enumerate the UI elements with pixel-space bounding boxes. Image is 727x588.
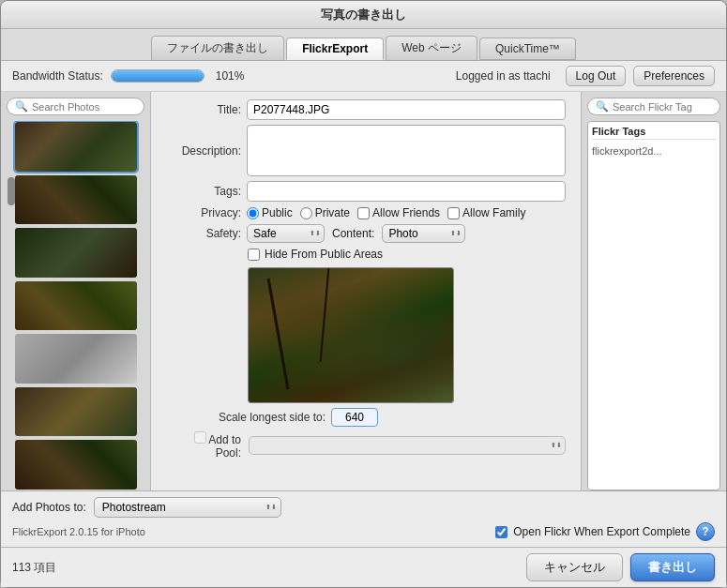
export-button[interactable]: 書き出し xyxy=(630,553,715,581)
scale-input[interactable] xyxy=(331,408,378,427)
tabs-bar: ファイルの書き出し FlickrExport Web ページ QuickTime… xyxy=(1,29,726,61)
search-photos-box[interactable]: 🔍 xyxy=(7,98,144,115)
add-pool-row: Add to Pool: xyxy=(166,431,566,460)
title-row: Title: xyxy=(166,99,566,120)
tags-label: Tags: xyxy=(166,185,241,198)
open-flickr-checkbox[interactable] xyxy=(495,526,507,538)
open-flickr-label: Open Flickr When Export Complete xyxy=(513,525,690,538)
search-icon: 🔍 xyxy=(15,100,28,113)
titlebar: 写真の書き出し xyxy=(1,1,726,29)
scale-row: Scale longest side to: xyxy=(166,408,566,427)
safety-label: Safety: xyxy=(166,227,241,240)
cancel-button[interactable]: キャンセル xyxy=(526,553,623,581)
tab-web[interactable]: Web ページ xyxy=(386,36,477,61)
list-item[interactable] xyxy=(15,440,137,490)
preferences-button[interactable]: Preferences xyxy=(633,66,715,86)
safety-row: Safety: Safe Moderate Restricted Content… xyxy=(166,224,566,243)
add-pool-checkbox[interactable] xyxy=(194,431,206,444)
add-photos-label: Add Photos to: xyxy=(12,501,86,514)
footer-buttons: キャンセル 書き出し xyxy=(526,553,715,581)
version-text: FlickrExport 2.0.15 for iPhoto xyxy=(12,526,145,537)
tags-row: Tags: xyxy=(166,181,566,202)
list-item[interactable] xyxy=(15,175,137,225)
safety-select-wrapper: Safe Moderate Restricted xyxy=(247,224,325,243)
search-tag-icon: 🔍 xyxy=(596,100,609,113)
search-flickr-tag-box[interactable]: 🔍 xyxy=(587,98,720,115)
tags-input[interactable] xyxy=(247,181,566,202)
right-panel: 🔍 Flickr Tags flickrexport2d... xyxy=(581,92,726,490)
title-label: Title: xyxy=(166,103,241,116)
allow-friends-option[interactable]: Allow Friends xyxy=(357,206,440,219)
version-open-row: FlickrExport 2.0.15 for iPhoto Open Flic… xyxy=(12,522,715,541)
content-label: Content: xyxy=(332,227,374,240)
allow-family-checkbox[interactable] xyxy=(447,207,460,219)
preview-area xyxy=(248,267,566,403)
list-item[interactable] xyxy=(15,122,137,172)
tab-flickr[interactable]: FlickrExport xyxy=(286,38,384,60)
flickr-tags-list: Flickr Tags flickrexport2d... xyxy=(587,121,720,490)
list-item[interactable] xyxy=(15,334,137,384)
help-button[interactable]: ? xyxy=(696,522,715,541)
privacy-label: Privacy: xyxy=(166,206,241,219)
hide-public-checkbox[interactable] xyxy=(248,249,260,261)
search-flickr-tag-input[interactable] xyxy=(613,101,712,113)
logged-in-text: Logged in as ttachi xyxy=(456,69,551,83)
allow-friends-checkbox[interactable] xyxy=(357,207,370,219)
add-photos-select[interactable]: Photostream xyxy=(94,497,281,518)
search-photos-input[interactable] xyxy=(32,101,136,113)
bandwidth-label: Bandwidth Status: xyxy=(12,69,103,83)
tab-file[interactable]: ファイルの書き出し xyxy=(151,36,284,61)
description-label: Description: xyxy=(166,144,241,158)
flickr-tag-item[interactable]: flickrexport2d... xyxy=(592,143,716,158)
footer-row: 113 項目 キャンセル 書き出し xyxy=(1,547,726,587)
content-select-wrapper: Photo Screenshot Other xyxy=(382,224,465,243)
flickr-tags-header: Flickr Tags xyxy=(592,124,716,140)
allow-family-option[interactable]: Allow Family xyxy=(447,206,525,219)
add-pool-label: Add to Pool: xyxy=(166,431,241,460)
list-item[interactable] xyxy=(15,228,137,278)
main-content: 🔍 Title: Description xyxy=(1,92,726,490)
bandwidth-percent: 101% xyxy=(216,69,245,83)
privacy-public-option[interactable]: Public xyxy=(247,206,293,219)
preview-image xyxy=(248,267,454,403)
privacy-private-radio[interactable] xyxy=(300,207,312,219)
description-row: Description: xyxy=(166,125,566,176)
add-photos-row: Add Photos to: Photostream xyxy=(12,497,715,518)
hide-public-label: Hide From Public Areas xyxy=(265,248,383,261)
window-title: 写真の書き出し xyxy=(321,8,406,22)
content-select[interactable]: Photo Screenshot Other xyxy=(382,224,465,243)
progress-bar xyxy=(111,69,204,83)
safety-select[interactable]: Safe Moderate Restricted xyxy=(247,224,325,243)
tab-quicktime[interactable]: QuickTime™ xyxy=(479,38,576,60)
logout-button[interactable]: Log Out xyxy=(566,66,627,86)
photo-list xyxy=(7,121,144,490)
privacy-public-radio[interactable] xyxy=(247,207,259,219)
privacy-row: Privacy: Public Private Allow Friends Al… xyxy=(166,206,566,219)
title-input[interactable] xyxy=(247,99,566,120)
item-count: 113 項目 xyxy=(12,560,56,576)
scrollbar-thumb[interactable] xyxy=(8,177,15,205)
pool-select[interactable] xyxy=(249,436,566,455)
bottom-bar: Add Photos to: Photostream FlickrExport … xyxy=(1,490,726,547)
hide-public-row: Hide From Public Areas xyxy=(248,248,566,261)
left-panel: 🔍 xyxy=(1,92,151,490)
list-item[interactable] xyxy=(15,281,137,331)
scale-label: Scale longest side to: xyxy=(166,411,326,424)
center-panel: Title: Description: Tags: Privacy: Publi… xyxy=(151,92,581,490)
list-item[interactable] xyxy=(15,387,137,437)
add-photos-select-wrapper: Photostream xyxy=(94,497,281,518)
description-input[interactable] xyxy=(247,125,566,176)
status-bar: Bandwidth Status: 101% Logged in as ttac… xyxy=(1,61,726,92)
progress-fill xyxy=(112,70,204,82)
privacy-private-option[interactable]: Private xyxy=(300,206,350,219)
